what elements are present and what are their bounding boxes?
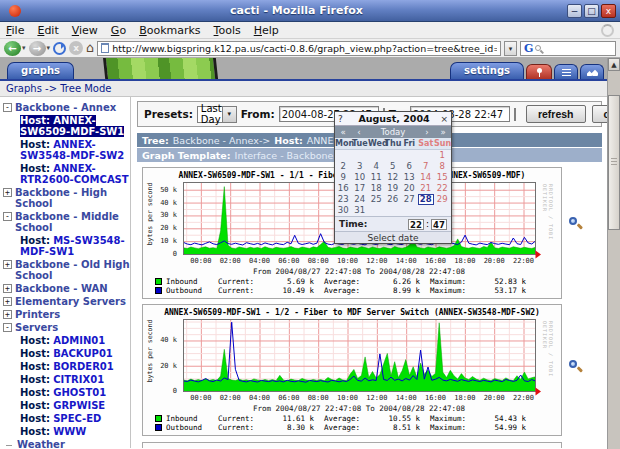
refresh-button[interactable]: refresh — [526, 105, 586, 123]
tree-branch-backbone-old-high-school[interactable]: +Backbone - Old High School — [3, 259, 130, 281]
home-button[interactable]: ⌂ — [86, 41, 94, 55]
collapse-icon[interactable]: - — [3, 323, 12, 332]
expand-icon[interactable]: + — [3, 260, 12, 269]
calendar-day-30[interactable]: 30 — [335, 205, 352, 216]
tree-host-annex-rtr2600-comcast[interactable]: Host: ANNEX-RTR2600-COMCAST — [3, 163, 130, 185]
url-bar[interactable] — [97, 41, 501, 56]
calendar-prev-year-button[interactable]: « — [335, 127, 351, 137]
menu-item-view[interactable]: View — [72, 24, 98, 37]
tab-settings[interactable]: settings — [450, 62, 524, 79]
forward-button[interactable]: → — [29, 41, 46, 56]
tree-branch-elementary-servers[interactable]: +Elementary Servers — [3, 296, 130, 307]
tree-host-annex-sw6509-mdf-sw1[interactable]: Host: ANNEX-SW6509-MDF-SW1 — [3, 115, 130, 137]
calendar-day-11[interactable]: 11 — [368, 172, 385, 183]
tree-host-www[interactable]: Host: WWW — [3, 426, 130, 437]
tree-branch-weather[interactable]: Weather — [3, 439, 130, 448]
expand-icon[interactable]: + — [3, 297, 12, 306]
calendar-day-10[interactable]: 10 — [352, 172, 369, 183]
calendar-day-24[interactable]: 24 — [352, 194, 369, 205]
maximize-button[interactable]: □ — [584, 4, 599, 18]
collapse-icon[interactable]: - — [3, 212, 12, 221]
calendar-today-button[interactable]: Today — [367, 127, 419, 137]
scrollbar-thumb[interactable] — [608, 95, 620, 230]
calendar-day-22[interactable]: 22 — [434, 183, 451, 194]
collapse-icon[interactable]: - — [3, 103, 12, 112]
calendar-day-29[interactable]: 29 — [434, 194, 451, 205]
tree-host-spec-ed[interactable]: Host: SPEC-ED — [3, 413, 130, 424]
calendar-day-6[interactable]: 6 — [401, 161, 418, 172]
calendar-day-2[interactable]: 2 — [335, 161, 352, 172]
list-view-button[interactable] — [554, 64, 578, 79]
graph-plot[interactable] — [183, 319, 541, 397]
tab-graphs[interactable]: graphs — [7, 62, 74, 79]
tree-host-grpwise[interactable]: Host: GRPWISE — [3, 400, 130, 411]
tree-host-ghost01[interactable]: Host: GHOST01 — [3, 387, 130, 398]
zoom-graph-icon[interactable] — [569, 360, 582, 373]
calendar-day-17[interactable]: 17 — [352, 183, 369, 194]
close-button[interactable]: x — [601, 4, 616, 18]
calendar-day-25[interactable]: 25 — [368, 194, 385, 205]
calendar-close-icon[interactable]: × — [438, 114, 448, 124]
tree-host-border01[interactable]: Host: BORDER01 — [3, 361, 130, 372]
tree-branch-servers[interactable]: -Servers — [3, 322, 130, 333]
calendar-day-1[interactable]: 1 — [434, 150, 451, 161]
tree-view-button[interactable] — [526, 64, 552, 79]
scroll-up-arrow[interactable]: ▲ — [608, 58, 620, 71]
calendar-day-9[interactable]: 9 — [335, 172, 352, 183]
tree-host-annex-sw3548-mdf-sw2[interactable]: Host: ANNEX-SW3548-MDF-SW2 — [3, 139, 130, 161]
calendar-day-31[interactable]: 31 — [352, 205, 369, 216]
calendar-day-28[interactable]: 28 — [418, 194, 435, 205]
calendar-day-8[interactable]: 8 — [434, 161, 451, 172]
tree-branch-backbone-annex[interactable]: -Backbone - Annex — [3, 102, 130, 113]
calendar-day-23[interactable]: 23 — [335, 194, 352, 205]
menu-item-go[interactable]: Go — [111, 24, 126, 37]
menu-item-file[interactable]: File — [6, 24, 24, 37]
tree-host-backup01[interactable]: Host: BACKUP01 — [3, 348, 130, 359]
calendar-day-14[interactable]: 14 — [418, 172, 435, 183]
calendar-day-16[interactable]: 16 — [335, 183, 352, 194]
tree-branch-printers[interactable]: +Printers — [3, 309, 130, 320]
zoom-graph-icon[interactable] — [569, 217, 582, 230]
calendar-day-15[interactable]: 15 — [434, 172, 451, 183]
forward-dropdown-icon[interactable]: ▾ — [47, 44, 51, 52]
calendar-minute-input[interactable]: 47 — [431, 219, 447, 230]
calendar-day-27[interactable]: 27 — [401, 194, 418, 205]
reload-button[interactable] — [53, 42, 66, 55]
url-dropdown-button[interactable]: ▾ — [504, 41, 517, 56]
calendar-day-20[interactable]: 20 — [401, 183, 418, 194]
calendar-day-18[interactable]: 18 — [368, 183, 385, 194]
search-box[interactable]: G — [520, 41, 616, 56]
menu-item-help[interactable]: Help — [254, 24, 279, 37]
calendar-day-5[interactable]: 5 — [385, 161, 402, 172]
calendar-day-7[interactable]: 7 — [418, 161, 435, 172]
menu-item-bookmarks[interactable]: Bookmarks — [139, 24, 200, 37]
calendar-day-3[interactable]: 3 — [352, 161, 369, 172]
presets-select[interactable]: Last Day ▾ — [197, 106, 237, 123]
breadcrumb[interactable]: Graphs -> Tree Mode — [0, 81, 620, 97]
minimize-button[interactable]: − — [567, 4, 582, 18]
tree-host-admin01[interactable]: Host: ADMIN01 — [3, 335, 130, 346]
expand-icon[interactable]: + — [3, 188, 12, 197]
menu-item-tools[interactable]: Tools — [214, 24, 241, 37]
back-button[interactable]: ← — [4, 41, 21, 56]
tree-host-citrix01[interactable]: Host: CITRIX01 — [3, 374, 130, 385]
page-scrollbar[interactable]: ▲ — [607, 58, 620, 449]
tree-branch-backbone-wan[interactable]: +Backbone - WAN — [3, 283, 130, 294]
to-calendar-icon[interactable] — [514, 108, 516, 121]
tree-branch-backbone-high-school[interactable]: +Backbone - High School — [3, 187, 130, 209]
menu-item-edit[interactable]: Edit — [37, 24, 58, 37]
calendar-next-year-button[interactable]: » — [435, 127, 451, 137]
calendar-day-21[interactable]: 21 — [418, 183, 435, 194]
presets-dropdown-icon[interactable]: ▾ — [222, 107, 236, 122]
back-dropdown-icon[interactable]: ▾ — [22, 44, 26, 52]
tree-host-ms-sw3548-mdf-sw1[interactable]: Host: MS-SW3548-MDF-SW1 — [3, 235, 130, 257]
expand-icon[interactable]: + — [3, 284, 12, 293]
calendar-hour-input[interactable]: 22 — [408, 219, 424, 230]
preview-view-button[interactable] — [580, 64, 604, 79]
calendar-next-month-button[interactable]: › — [419, 127, 435, 137]
tree-branch-backbone-middle-school[interactable]: -Backbone - Middle School — [3, 211, 130, 233]
url-input[interactable] — [112, 43, 497, 54]
calendar-day-12[interactable]: 12 — [385, 172, 402, 183]
calendar-day-19[interactable]: 19 — [385, 183, 402, 194]
expand-icon[interactable]: + — [3, 310, 12, 319]
